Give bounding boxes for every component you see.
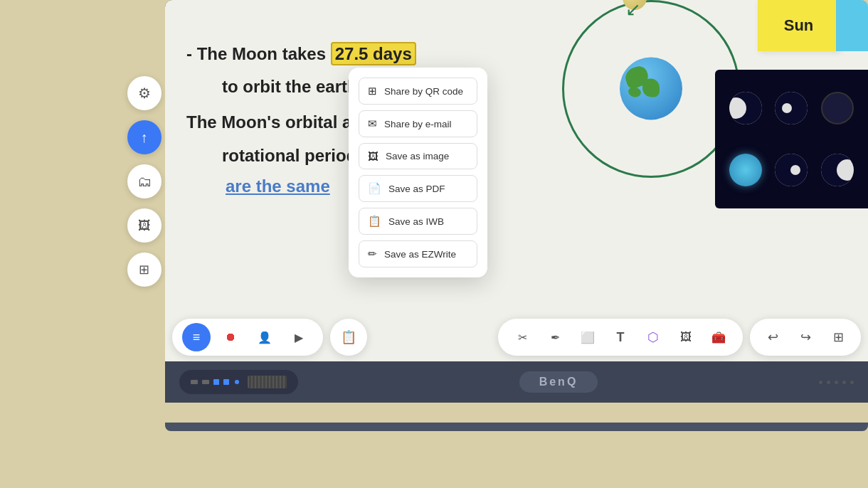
speaker-grille (248, 376, 287, 388)
earth (620, 57, 682, 120)
insert-image-tool[interactable]: 🖼 (672, 323, 700, 351)
toolbar-right-group: ↩ ↪ ⊞ (750, 319, 861, 356)
port-2 (202, 380, 209, 384)
clipboard-button-wrap: 📋 (330, 319, 367, 356)
folder-button[interactable]: 🗂 (127, 164, 162, 198)
popup-menu: ⊞ Share by QR code ✉ Share by e-mail 🖼 S… (349, 68, 487, 277)
share-qr-button[interactable]: ⊞ Share by QR code (359, 78, 477, 105)
whiteboard-text-line2: to orbit the earth (222, 77, 358, 97)
undo-button[interactable]: ↩ (758, 323, 787, 351)
monitor-frame: - The Moon takes 27.5 days to orbit the … (165, 0, 868, 403)
save-iwb-button[interactable]: 📋 Save as IWB (359, 208, 477, 235)
speaker-dot-3 (835, 381, 838, 384)
present-button[interactable]: ▶ (285, 323, 313, 351)
moon-phase-6 (821, 154, 854, 186)
more-options-button[interactable]: ⊞ (824, 323, 852, 351)
toolbar: ≡ ⏺ 👤 ▶ 📋 ✂ ✒ ⬜ T ⬡ 🖼 🧰 ↩ (165, 319, 868, 356)
highlight-days: 27.5 days (331, 42, 416, 65)
menu-button[interactable]: ≡ (182, 323, 211, 351)
speaker-dot-4 (842, 381, 846, 384)
sticky-sun: Sun (758, 0, 840, 51)
object-tool[interactable]: ⬡ (639, 323, 667, 351)
shape-tool[interactable]: ⬜ (573, 323, 602, 351)
moon-phase-2 (775, 92, 808, 124)
monitor-stand-bottom (165, 423, 868, 431)
sidebar: ⚙ ↑ 🗂 🖼 ⊞ (121, 0, 167, 363)
email-icon: ✉ (368, 117, 377, 130)
lasso-tool[interactable]: ✂ (508, 323, 536, 351)
text-tool[interactable]: T (606, 323, 635, 351)
save-ezwrite-button[interactable]: ✏ Save as EZWrite (359, 240, 477, 267)
power-indicator (235, 380, 239, 384)
usb-port-2 (223, 379, 229, 385)
share-button[interactable]: ↑ (127, 120, 162, 154)
toolbox-tool[interactable]: 🧰 (704, 323, 733, 351)
sticky-blue (836, 0, 868, 51)
pen-tool[interactable]: ✒ (541, 323, 569, 351)
moon-phase-3 (821, 92, 854, 124)
whiteboard-text-line1: - The Moon takes 27.5 days (186, 44, 416, 64)
benq-text: BenQ (539, 376, 578, 388)
settings-button[interactable]: ⚙ (127, 76, 162, 110)
save-pdf-button[interactable]: 📄 Save as PDF (359, 175, 477, 202)
monitor-bottom-bar: BenQ (165, 361, 868, 403)
speaker-dot-1 (819, 381, 822, 384)
whiteboard-text-line5: are the same (226, 176, 330, 196)
whiteboard-text-line4: rotational periods (222, 146, 366, 166)
redo-button[interactable]: ↪ (791, 323, 820, 351)
benq-logo: BenQ (519, 371, 598, 393)
speaker-right (819, 381, 854, 384)
ports-area (179, 370, 298, 394)
speaker-dot-2 (827, 381, 830, 384)
clipboard-button[interactable]: 📋 (334, 323, 363, 351)
toolbar-center-group: ✂ ✒ ⬜ T ⬡ 🖼 🧰 (498, 319, 743, 356)
moon-phase-4 (729, 154, 762, 186)
moon-phase-1 (729, 92, 762, 124)
add-image-button[interactable]: 🖼 (127, 208, 162, 243)
qr-icon: ⊞ (368, 85, 377, 97)
iwb-icon: 📋 (368, 215, 381, 228)
ezwrite-icon: ✏ (368, 248, 377, 260)
screen: - The Moon takes 27.5 days to orbit the … (165, 0, 868, 361)
port-1 (191, 380, 198, 384)
toolbar-left-group: ≡ ⏺ 👤 ▶ (172, 319, 323, 356)
save-image-button[interactable]: 🖼 Save as image (359, 143, 477, 169)
share-email-button[interactable]: ✉ Share by e-mail (359, 110, 477, 137)
orbit-arrow: ↙ (625, 0, 641, 21)
record-button[interactable]: ⏺ (216, 323, 245, 351)
template-button[interactable]: ⊞ (127, 253, 162, 287)
usb-port (213, 379, 219, 385)
moon-phases-panel (715, 70, 868, 208)
add-user-toolbar-button[interactable]: 👤 (250, 323, 279, 351)
speaker-dot-5 (850, 381, 854, 384)
image-icon: 🖼 (368, 150, 379, 162)
whiteboard-text-line3: The Moon's orbital and (186, 112, 373, 132)
pdf-icon: 📄 (368, 182, 381, 195)
moon-phase-5 (775, 154, 808, 186)
